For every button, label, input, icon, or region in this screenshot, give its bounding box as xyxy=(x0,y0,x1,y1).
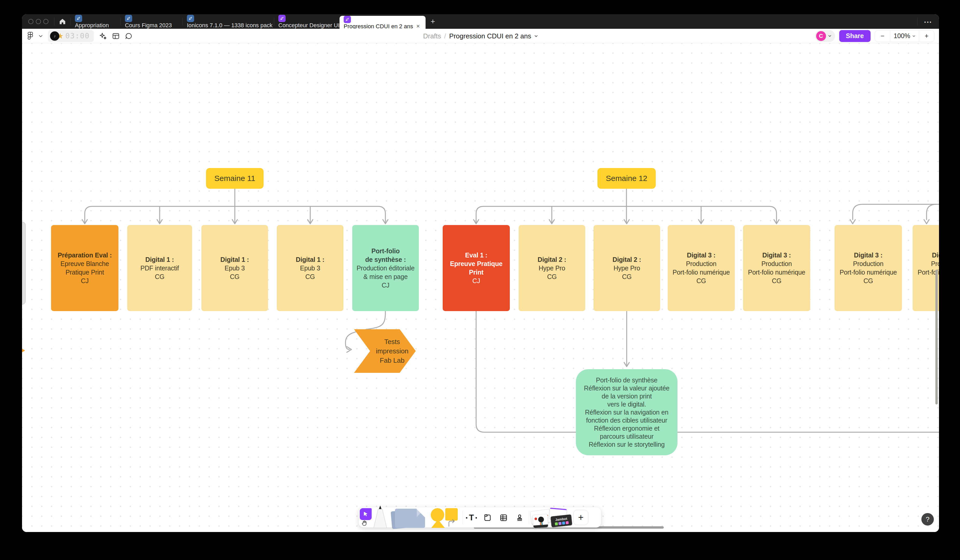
text-line: Réflexion sur le storytelling xyxy=(589,440,665,448)
text-line: fonction des cibles utilisateur xyxy=(586,416,667,424)
flow-box-eval1-print[interactable]: Eval 1 :Epreuve PratiquePrintCJ xyxy=(443,225,510,311)
box-title-line: Digital 3 : xyxy=(762,251,791,259)
flow-box-digital3-prod-a[interactable]: Digital 3 :ProductionPort-folio numériqu… xyxy=(668,225,735,311)
more-tools-button[interactable]: + xyxy=(573,510,588,525)
figjam-tool-palette: T xyxy=(358,507,601,528)
templates-icon[interactable] xyxy=(112,32,120,40)
tab-cours-figma[interactable]: Cours Figma 2023 xyxy=(121,15,182,29)
figma-main-menu[interactable] xyxy=(27,32,34,40)
zoom-level-menu[interactable]: 100% xyxy=(890,30,919,42)
box-body-line: CG xyxy=(622,272,632,281)
file-title[interactable]: Progression CDUI en 2 ans xyxy=(449,32,531,40)
note-portfolio-synthese[interactable]: Port-folio de synthèseRéflexion sur la v… xyxy=(576,369,677,455)
home-icon xyxy=(59,18,66,26)
window-close-button[interactable] xyxy=(28,19,34,24)
home-button[interactable] xyxy=(54,14,70,29)
connector[interactable] xyxy=(853,204,939,219)
ai-sparkle-icon[interactable] xyxy=(99,32,107,40)
text-line: vers le digital. xyxy=(607,400,646,408)
triangle-shape-icon xyxy=(431,520,445,528)
stamp-tool[interactable] xyxy=(513,511,526,525)
section-tool[interactable] xyxy=(480,511,494,525)
connector[interactable] xyxy=(476,311,939,432)
comments-icon[interactable] xyxy=(125,32,133,40)
flow-box-digital3-prod-c[interactable]: Digital 3 :ProductionPort-folio numériqu… xyxy=(835,225,902,311)
select-tool[interactable] xyxy=(360,508,372,520)
tab-close-icon[interactable]: × xyxy=(416,22,420,29)
tab-progression-cdui-active[interactable]: Progression CDUI en 2 ans × xyxy=(339,16,426,29)
music-timer-widget[interactable]: ★ 03:00 xyxy=(48,30,94,42)
box-body-line: CG xyxy=(772,277,781,285)
box-title-line: Digital 3 : xyxy=(854,251,883,259)
offscreen-shape-edge[interactable] xyxy=(22,222,26,305)
box-body-line: Port-folio numérique xyxy=(672,268,730,277)
tab-appropriation[interactable]: Appropriation xyxy=(71,15,120,29)
box-title-line: Digital 1 : xyxy=(296,255,324,264)
window-controls xyxy=(22,14,54,29)
breadcrumb-drafts[interactable]: Drafts xyxy=(423,32,441,40)
zoom-in-button[interactable]: + xyxy=(919,30,934,42)
share-button[interactable]: Share xyxy=(839,30,870,42)
flow-box-digital1-epub-b[interactable]: Digital 1 :Epub 3CG xyxy=(277,225,343,311)
flow-box-digital2-hype-a[interactable]: Digital 2 :Hype ProCG xyxy=(518,225,585,311)
shape-tool[interactable] xyxy=(431,508,462,527)
box-title-line: Préparation Eval : xyxy=(58,251,112,259)
box-title-line: Digital 1 : xyxy=(146,255,174,264)
zoom-out-button[interactable]: − xyxy=(875,30,890,42)
box-title-line: Print xyxy=(469,268,484,277)
week-header-semaine-12[interactable]: Semaine 12 xyxy=(597,168,656,189)
text-line: parcours utilisateur xyxy=(600,432,653,440)
browser-overflow-menu[interactable]: ••• xyxy=(917,18,939,26)
flow-box-digital1-epub-a[interactable]: Digital 1 :Epub 3CG xyxy=(202,225,268,311)
chevron-down-icon[interactable] xyxy=(38,35,43,37)
section-icon xyxy=(483,514,492,522)
text-line: Tests xyxy=(384,337,400,346)
timer-value: 03:00 xyxy=(65,32,90,40)
box-title-line: Digital 3 : xyxy=(687,251,715,259)
flow-box-digital3-prod-b[interactable]: Digital 3 :ProductionPort-folio numériqu… xyxy=(743,225,810,311)
box-body-line: CJ xyxy=(381,281,389,290)
week-label: Semaine 11 xyxy=(214,174,255,183)
help-button[interactable]: ? xyxy=(922,513,934,525)
box-body-line: CJ xyxy=(81,277,89,285)
vertical-scrollbar[interactable] xyxy=(935,270,938,405)
hand-tool[interactable] xyxy=(361,520,368,526)
chevron-down-icon[interactable] xyxy=(534,35,538,37)
zoom-level: 100% xyxy=(894,32,910,40)
flow-box-digital3-prod-d[interactable]: Digital 3 :ProductionPort-folio numériqu… xyxy=(912,225,939,311)
sticky-note-tool[interactable] xyxy=(390,508,427,528)
box-body-line: & mise en page xyxy=(363,272,408,281)
marker-tool[interactable] xyxy=(373,505,387,528)
flow-box-preparation-eval[interactable]: Préparation Eval :Epreuve BlanchePratiqu… xyxy=(51,225,118,311)
table-tool[interactable] xyxy=(497,511,510,525)
breadcrumb-separator: / xyxy=(444,32,446,40)
figjam-canvas[interactable]: Semaine 11 Semaine 12 Préparation Eval :… xyxy=(22,43,939,532)
flow-box-digital2-hype-b[interactable]: Digital 2 :Hype ProCG xyxy=(594,225,660,311)
chevron-down-icon xyxy=(912,35,915,37)
flow-box-digital1-pdf[interactable]: Digital 1 :PDF interactifCG xyxy=(127,225,192,311)
week-header-semaine-11[interactable]: Semaine 11 xyxy=(206,168,264,189)
figma-toolbar: ★ 03:00 Drafts / xyxy=(22,29,939,43)
connector[interactable] xyxy=(926,204,936,219)
tab-label: Appropriation xyxy=(75,22,109,29)
flow-box-portfolio-synthese[interactable]: Port-foliode synthèse :Production éditor… xyxy=(352,225,419,311)
account-menu[interactable]: C xyxy=(815,30,835,42)
tab-label: Cours Figma 2023 xyxy=(125,22,172,29)
new-tab-button[interactable]: + xyxy=(426,14,440,29)
plus-icon: + xyxy=(578,512,583,523)
box-title-line: Eval 1 : xyxy=(465,251,488,259)
templates-widgets-gallery[interactable]: Jambot xyxy=(531,508,572,527)
tab-concepteur-designer-ui[interactable]: Concepteur Designer UI xyxy=(274,15,339,29)
zoom-control: − 100% + xyxy=(875,30,934,42)
box-body-line: Epub 3 xyxy=(300,264,320,272)
box-title-line: Port-folio xyxy=(371,247,400,255)
box-title-line: de synthèse : xyxy=(365,255,406,264)
text-tool[interactable]: T xyxy=(464,511,478,525)
box-body-line: Production éditoriale xyxy=(357,264,415,272)
box-title-line: Digital 2 : xyxy=(538,255,566,264)
window-zoom-button[interactable] xyxy=(43,19,48,24)
tab-ionicons[interactable]: Ionicons 7.1.0 — 1338 icons pack (( xyxy=(183,15,274,29)
window-minimize-button[interactable] xyxy=(36,19,41,24)
tab-label: Concepteur Designer UI xyxy=(278,22,339,29)
box-title-line: Digital 2 : xyxy=(613,255,641,264)
